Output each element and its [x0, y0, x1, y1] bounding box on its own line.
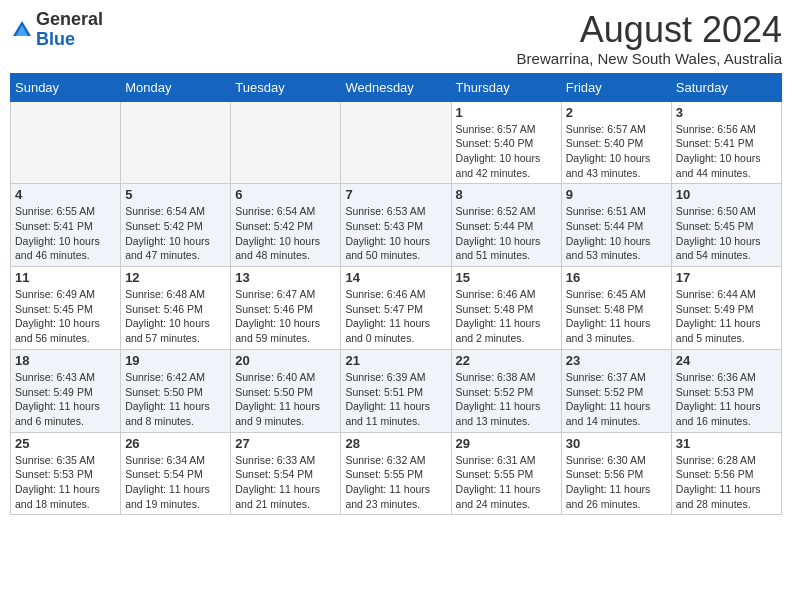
day-info: Sunrise: 6:28 AM Sunset: 5:56 PM Dayligh… — [676, 453, 777, 512]
weekday-header-monday: Monday — [121, 73, 231, 101]
day-info: Sunrise: 6:42 AM Sunset: 5:50 PM Dayligh… — [125, 370, 226, 429]
calendar-day-cell: 14Sunrise: 6:46 AM Sunset: 5:47 PM Dayli… — [341, 267, 451, 350]
day-info: Sunrise: 6:35 AM Sunset: 5:53 PM Dayligh… — [15, 453, 116, 512]
calendar-day-cell: 7Sunrise: 6:53 AM Sunset: 5:43 PM Daylig… — [341, 184, 451, 267]
calendar-empty-cell — [11, 101, 121, 184]
calendar-day-cell: 22Sunrise: 6:38 AM Sunset: 5:52 PM Dayli… — [451, 349, 561, 432]
month-year-title: August 2024 — [517, 10, 782, 50]
day-info: Sunrise: 6:54 AM Sunset: 5:42 PM Dayligh… — [235, 204, 336, 263]
calendar-empty-cell — [231, 101, 341, 184]
day-info: Sunrise: 6:34 AM Sunset: 5:54 PM Dayligh… — [125, 453, 226, 512]
calendar-week-row: 4Sunrise: 6:55 AM Sunset: 5:41 PM Daylig… — [11, 184, 782, 267]
calendar-day-cell: 29Sunrise: 6:31 AM Sunset: 5:55 PM Dayli… — [451, 432, 561, 515]
calendar-day-cell: 30Sunrise: 6:30 AM Sunset: 5:56 PM Dayli… — [561, 432, 671, 515]
logo: General Blue — [10, 10, 103, 50]
day-info: Sunrise: 6:56 AM Sunset: 5:41 PM Dayligh… — [676, 122, 777, 181]
calendar-day-cell: 20Sunrise: 6:40 AM Sunset: 5:50 PM Dayli… — [231, 349, 341, 432]
day-info: Sunrise: 6:52 AM Sunset: 5:44 PM Dayligh… — [456, 204, 557, 263]
logo-blue-text: Blue — [36, 29, 75, 49]
calendar-day-cell: 25Sunrise: 6:35 AM Sunset: 5:53 PM Dayli… — [11, 432, 121, 515]
day-info: Sunrise: 6:46 AM Sunset: 5:47 PM Dayligh… — [345, 287, 446, 346]
calendar-week-row: 18Sunrise: 6:43 AM Sunset: 5:49 PM Dayli… — [11, 349, 782, 432]
page-header: General Blue August 2024 Brewarrina, New… — [10, 10, 782, 67]
day-number: 19 — [125, 353, 226, 368]
day-info: Sunrise: 6:55 AM Sunset: 5:41 PM Dayligh… — [15, 204, 116, 263]
day-number: 10 — [676, 187, 777, 202]
day-info: Sunrise: 6:57 AM Sunset: 5:40 PM Dayligh… — [566, 122, 667, 181]
day-info: Sunrise: 6:45 AM Sunset: 5:48 PM Dayligh… — [566, 287, 667, 346]
day-number: 23 — [566, 353, 667, 368]
day-number: 9 — [566, 187, 667, 202]
weekday-header-friday: Friday — [561, 73, 671, 101]
calendar-day-cell: 24Sunrise: 6:36 AM Sunset: 5:53 PM Dayli… — [671, 349, 781, 432]
day-info: Sunrise: 6:44 AM Sunset: 5:49 PM Dayligh… — [676, 287, 777, 346]
day-info: Sunrise: 6:38 AM Sunset: 5:52 PM Dayligh… — [456, 370, 557, 429]
day-number: 15 — [456, 270, 557, 285]
calendar-empty-cell — [341, 101, 451, 184]
day-number: 4 — [15, 187, 116, 202]
day-number: 2 — [566, 105, 667, 120]
day-info: Sunrise: 6:50 AM Sunset: 5:45 PM Dayligh… — [676, 204, 777, 263]
day-number: 11 — [15, 270, 116, 285]
day-info: Sunrise: 6:40 AM Sunset: 5:50 PM Dayligh… — [235, 370, 336, 429]
calendar-day-cell: 27Sunrise: 6:33 AM Sunset: 5:54 PM Dayli… — [231, 432, 341, 515]
day-number: 8 — [456, 187, 557, 202]
calendar-day-cell: 23Sunrise: 6:37 AM Sunset: 5:52 PM Dayli… — [561, 349, 671, 432]
day-info: Sunrise: 6:57 AM Sunset: 5:40 PM Dayligh… — [456, 122, 557, 181]
day-info: Sunrise: 6:49 AM Sunset: 5:45 PM Dayligh… — [15, 287, 116, 346]
calendar-week-row: 11Sunrise: 6:49 AM Sunset: 5:45 PM Dayli… — [11, 267, 782, 350]
day-info: Sunrise: 6:48 AM Sunset: 5:46 PM Dayligh… — [125, 287, 226, 346]
weekday-header-thursday: Thursday — [451, 73, 561, 101]
day-info: Sunrise: 6:37 AM Sunset: 5:52 PM Dayligh… — [566, 370, 667, 429]
calendar-day-cell: 10Sunrise: 6:50 AM Sunset: 5:45 PM Dayli… — [671, 184, 781, 267]
day-number: 13 — [235, 270, 336, 285]
calendar-day-cell: 18Sunrise: 6:43 AM Sunset: 5:49 PM Dayli… — [11, 349, 121, 432]
calendar-week-row: 25Sunrise: 6:35 AM Sunset: 5:53 PM Dayli… — [11, 432, 782, 515]
day-info: Sunrise: 6:43 AM Sunset: 5:49 PM Dayligh… — [15, 370, 116, 429]
calendar-day-cell: 9Sunrise: 6:51 AM Sunset: 5:44 PM Daylig… — [561, 184, 671, 267]
day-number: 6 — [235, 187, 336, 202]
calendar-day-cell: 31Sunrise: 6:28 AM Sunset: 5:56 PM Dayli… — [671, 432, 781, 515]
day-number: 30 — [566, 436, 667, 451]
weekday-header-tuesday: Tuesday — [231, 73, 341, 101]
calendar-day-cell: 26Sunrise: 6:34 AM Sunset: 5:54 PM Dayli… — [121, 432, 231, 515]
calendar-day-cell: 2Sunrise: 6:57 AM Sunset: 5:40 PM Daylig… — [561, 101, 671, 184]
calendar-day-cell: 11Sunrise: 6:49 AM Sunset: 5:45 PM Dayli… — [11, 267, 121, 350]
day-info: Sunrise: 6:31 AM Sunset: 5:55 PM Dayligh… — [456, 453, 557, 512]
day-number: 12 — [125, 270, 226, 285]
day-number: 16 — [566, 270, 667, 285]
calendar-day-cell: 1Sunrise: 6:57 AM Sunset: 5:40 PM Daylig… — [451, 101, 561, 184]
calendar-day-cell: 19Sunrise: 6:42 AM Sunset: 5:50 PM Dayli… — [121, 349, 231, 432]
day-number: 3 — [676, 105, 777, 120]
weekday-header-saturday: Saturday — [671, 73, 781, 101]
day-number: 21 — [345, 353, 446, 368]
day-number: 17 — [676, 270, 777, 285]
calendar-day-cell: 12Sunrise: 6:48 AM Sunset: 5:46 PM Dayli… — [121, 267, 231, 350]
day-info: Sunrise: 6:30 AM Sunset: 5:56 PM Dayligh… — [566, 453, 667, 512]
day-info: Sunrise: 6:54 AM Sunset: 5:42 PM Dayligh… — [125, 204, 226, 263]
calendar-header-row: SundayMondayTuesdayWednesdayThursdayFrid… — [11, 73, 782, 101]
calendar-day-cell: 16Sunrise: 6:45 AM Sunset: 5:48 PM Dayli… — [561, 267, 671, 350]
day-number: 5 — [125, 187, 226, 202]
weekday-header-wednesday: Wednesday — [341, 73, 451, 101]
day-info: Sunrise: 6:39 AM Sunset: 5:51 PM Dayligh… — [345, 370, 446, 429]
logo-general-text: General — [36, 9, 103, 29]
day-number: 1 — [456, 105, 557, 120]
calendar-day-cell: 21Sunrise: 6:39 AM Sunset: 5:51 PM Dayli… — [341, 349, 451, 432]
title-section: August 2024 Brewarrina, New South Wales,… — [517, 10, 782, 67]
calendar-day-cell: 6Sunrise: 6:54 AM Sunset: 5:42 PM Daylig… — [231, 184, 341, 267]
day-number: 24 — [676, 353, 777, 368]
calendar-day-cell: 17Sunrise: 6:44 AM Sunset: 5:49 PM Dayli… — [671, 267, 781, 350]
day-number: 20 — [235, 353, 336, 368]
calendar-table: SundayMondayTuesdayWednesdayThursdayFrid… — [10, 73, 782, 516]
calendar-day-cell: 5Sunrise: 6:54 AM Sunset: 5:42 PM Daylig… — [121, 184, 231, 267]
day-number: 7 — [345, 187, 446, 202]
weekday-header-sunday: Sunday — [11, 73, 121, 101]
calendar-day-cell: 4Sunrise: 6:55 AM Sunset: 5:41 PM Daylig… — [11, 184, 121, 267]
day-info: Sunrise: 6:33 AM Sunset: 5:54 PM Dayligh… — [235, 453, 336, 512]
calendar-week-row: 1Sunrise: 6:57 AM Sunset: 5:40 PM Daylig… — [11, 101, 782, 184]
day-number: 29 — [456, 436, 557, 451]
day-number: 31 — [676, 436, 777, 451]
day-number: 27 — [235, 436, 336, 451]
day-info: Sunrise: 6:36 AM Sunset: 5:53 PM Dayligh… — [676, 370, 777, 429]
